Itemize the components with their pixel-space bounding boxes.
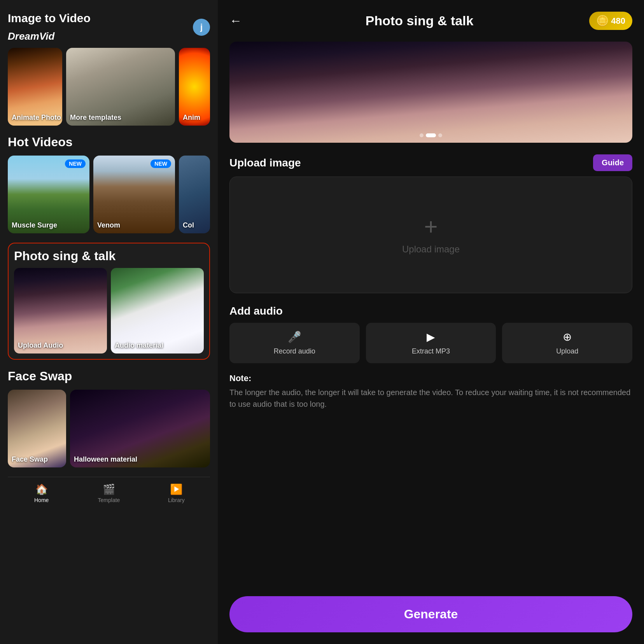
audio-buttons: 🎤 Record audio ▶ Extract MP3 ⊕ Upload bbox=[229, 323, 632, 363]
note-section: Note: The longer the audio, the longer i… bbox=[229, 373, 632, 410]
left-panel: Image to Video DreamVid j Animate Photo … bbox=[0, 0, 218, 644]
generate-button[interactable]: Generate bbox=[229, 596, 632, 632]
anim-label: Anim bbox=[183, 114, 200, 122]
user-avatar[interactable]: j bbox=[193, 19, 210, 36]
plus-icon: ⊕ bbox=[563, 331, 572, 343]
right-header: ← Photo sing & talk 🪙 480 bbox=[229, 12, 632, 30]
hot-videos-cards: NEW Muscle Surge NEW Venom Col bbox=[8, 156, 210, 233]
more-templates-label: More templates bbox=[70, 114, 121, 122]
right-panel-title: Photo sing & talk bbox=[250, 13, 589, 28]
cold-card[interactable]: Col bbox=[179, 156, 210, 233]
dot-3 bbox=[438, 133, 442, 137]
home-icon: 🏠 bbox=[35, 483, 48, 495]
image-to-video-cards: Animate Photo More templates Anim bbox=[8, 48, 210, 126]
record-audio-label: Record audio bbox=[274, 347, 315, 355]
face-swap-card[interactable]: Face Swap bbox=[8, 390, 66, 467]
right-panel: ← Photo sing & talk 🪙 480 Upload image G… bbox=[218, 0, 644, 644]
play-icon: ▶ bbox=[427, 331, 435, 343]
halloween-card[interactable]: Halloween material bbox=[70, 390, 210, 467]
microphone-icon: 🎤 bbox=[288, 331, 301, 343]
extract-mp3-button[interactable]: ▶ Extract MP3 bbox=[366, 323, 496, 363]
bottom-nav: 🏠 Home 🎬 Template ▶️ Library bbox=[8, 477, 210, 507]
upload-audio-label: Upload Audio bbox=[18, 341, 63, 350]
coins-badge: 🪙 480 bbox=[589, 12, 632, 30]
nav-template[interactable]: 🎬 Template bbox=[75, 483, 142, 503]
animate-photo-card[interactable]: Animate Photo bbox=[8, 48, 62, 126]
add-audio-label: Add audio bbox=[229, 305, 632, 317]
library-icon: ▶️ bbox=[170, 483, 182, 495]
more-templates-card[interactable]: More templates bbox=[66, 48, 175, 126]
animate-photo-label: Animate Photo bbox=[12, 114, 61, 122]
face-swap-label: Face Swap bbox=[12, 455, 48, 464]
audio-cards-row: Upload Audio Audio material bbox=[14, 268, 204, 354]
note-text: The longer the audio, the longer it will… bbox=[229, 387, 632, 410]
image-to-video-title: Image to Video DreamVid bbox=[8, 12, 91, 42]
audio-material-card[interactable]: Audio material bbox=[111, 268, 204, 354]
anim-card[interactable]: Anim bbox=[179, 48, 210, 126]
upload-label: Upload bbox=[556, 347, 578, 355]
upload-box-text: Upload image bbox=[402, 244, 460, 255]
preview-image bbox=[229, 42, 632, 143]
dot-1 bbox=[420, 133, 424, 137]
back-button[interactable]: ← bbox=[229, 14, 242, 28]
preview-dots bbox=[420, 133, 442, 137]
template-icon: 🎬 bbox=[103, 483, 115, 495]
coin-icon: 🪙 bbox=[596, 15, 609, 27]
upload-image-label: Upload image bbox=[229, 157, 301, 169]
dot-2 bbox=[426, 133, 436, 137]
preview-face bbox=[229, 42, 632, 143]
nav-home-label: Home bbox=[34, 497, 49, 503]
muscle-surge-badge: NEW bbox=[65, 159, 86, 168]
guide-button[interactable]: Guide bbox=[593, 154, 632, 171]
nav-library-label: Library bbox=[168, 497, 185, 503]
face-swap-cards: Face Swap Halloween material bbox=[8, 390, 210, 467]
coins-value: 480 bbox=[611, 16, 625, 26]
cold-label: Col bbox=[183, 221, 194, 229]
note-title: Note: bbox=[229, 373, 632, 383]
upload-box[interactable]: + Upload image bbox=[229, 177, 632, 293]
face-swap-title: Face Swap bbox=[8, 369, 210, 383]
extract-mp3-label: Extract MP3 bbox=[412, 347, 450, 355]
venom-label: Venom bbox=[97, 221, 120, 229]
image-to-video-header: Image to Video DreamVid j bbox=[8, 12, 210, 42]
muscle-surge-card[interactable]: NEW Muscle Surge bbox=[8, 156, 89, 233]
hot-videos-title: Hot Videos bbox=[8, 135, 210, 149]
upload-image-row: Upload image Guide bbox=[229, 154, 632, 171]
photo-sing-section: Photo sing & talk Upload Audio Audio mat… bbox=[8, 243, 210, 360]
upload-plus-icon: + bbox=[424, 215, 438, 238]
venom-card[interactable]: NEW Venom bbox=[93, 156, 175, 233]
muscle-surge-label: Muscle Surge bbox=[12, 221, 57, 229]
venom-badge: NEW bbox=[150, 159, 171, 168]
upload-audio-card[interactable]: Upload Audio bbox=[14, 268, 107, 354]
audio-material-label: Audio material bbox=[115, 341, 163, 350]
halloween-label: Halloween material bbox=[74, 455, 137, 464]
nav-library[interactable]: ▶️ Library bbox=[143, 483, 210, 503]
dreamvid-logo: DreamVid bbox=[8, 30, 91, 42]
record-audio-button[interactable]: 🎤 Record audio bbox=[229, 323, 360, 363]
photo-sing-title: Photo sing & talk bbox=[14, 249, 204, 263]
nav-template-label: Template bbox=[98, 497, 120, 503]
nav-home[interactable]: 🏠 Home bbox=[8, 483, 75, 503]
upload-audio-button[interactable]: ⊕ Upload bbox=[502, 323, 632, 363]
